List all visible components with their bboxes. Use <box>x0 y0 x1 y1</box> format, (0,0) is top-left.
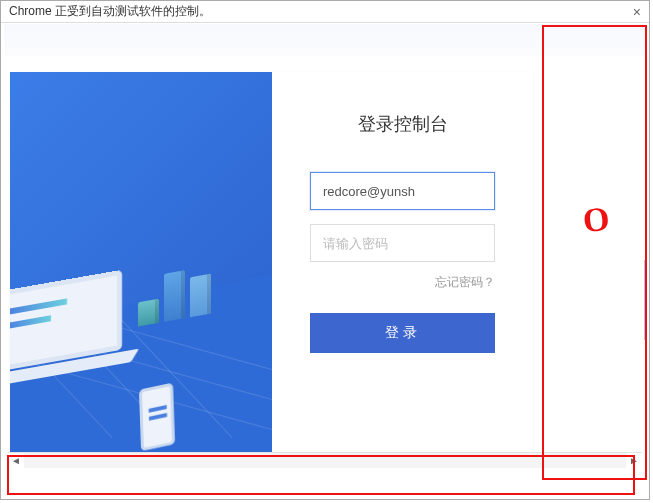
titlebar-text: Chrome 正受到自动测试软件的控制。 <box>9 3 211 20</box>
titlebar: Chrome 正受到自动测试软件的控制。 × <box>1 1 649 23</box>
login-card: 登录控制台 忘记密码？ 登录 <box>10 72 533 452</box>
scroll-track[interactable] <box>24 453 626 468</box>
scroll-left-arrow-icon[interactable]: ◄ <box>8 453 24 468</box>
login-button[interactable]: 登录 <box>310 313 495 353</box>
hero-illustration <box>10 72 272 452</box>
horizontal-scrollbar[interactable]: ◄ ► <box>8 452 642 468</box>
scroll-right-arrow-icon[interactable]: ► <box>626 453 642 468</box>
content-viewport: 登录控制台 忘记密码？ 登录 ◄ ► <box>4 24 646 496</box>
forgot-password-link[interactable]: 忘记密码？ <box>435 274 495 291</box>
hero-phone-icon <box>139 383 175 452</box>
login-title: 登录控制台 <box>358 112 448 136</box>
browser-dialog: Chrome 正受到自动测试软件的控制。 × <box>0 0 650 500</box>
vertical-scroll-hint <box>644 260 646 340</box>
close-icon[interactable]: × <box>633 4 641 20</box>
login-form: 登录控制台 忘记密码？ 登录 <box>272 72 533 452</box>
password-input[interactable] <box>310 224 495 262</box>
header-gradient <box>4 24 646 56</box>
username-input[interactable] <box>310 172 495 210</box>
